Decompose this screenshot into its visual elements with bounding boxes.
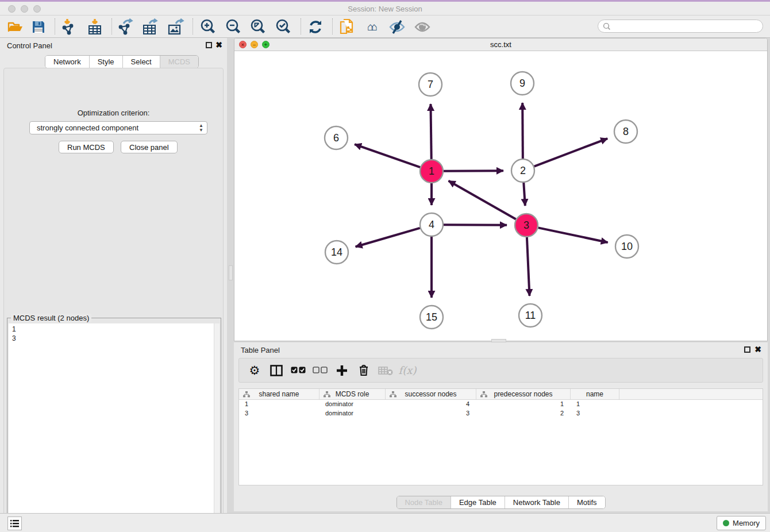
node-4[interactable]: 4 xyxy=(420,213,443,236)
tab-edge-table[interactable]: Edge Table xyxy=(451,496,505,508)
node-table: shared nameMCDS rolesuccessor nodesprede… xyxy=(238,388,763,485)
toolbar-separator xyxy=(301,18,301,34)
close-panel-icon[interactable]: ✖ xyxy=(215,40,222,49)
mcds-result-text[interactable]: 1 3 xyxy=(9,323,214,532)
search-input[interactable] xyxy=(611,22,763,30)
node-14[interactable]: 14 xyxy=(325,241,348,264)
cell-successor-nodes: 3 xyxy=(386,409,476,418)
tab-network-table[interactable]: Network Table xyxy=(505,496,569,508)
edge-1-7[interactable] xyxy=(430,104,431,159)
application-window: Session: New Session xyxy=(0,0,770,532)
edge-3-11[interactable] xyxy=(527,237,530,296)
network-canvas[interactable]: 7968124314101511 xyxy=(234,51,767,341)
task-history-button[interactable] xyxy=(7,516,22,530)
tab-select[interactable]: Select xyxy=(123,56,160,68)
import-network-icon[interactable] xyxy=(57,18,79,36)
control-panel-header: Control Panel ✖ xyxy=(0,38,227,53)
vertical-splitter-handle[interactable] xyxy=(229,265,233,280)
network-window-titlebar: × – + scc.txt xyxy=(234,38,767,51)
edge-2-9[interactable] xyxy=(522,103,523,159)
edge-2-8[interactable] xyxy=(534,138,608,166)
table-toolbar: ⚙ f(x) xyxy=(238,358,763,383)
table-row[interactable]: 3dominator323 xyxy=(239,409,763,418)
edge-1-6[interactable] xyxy=(355,144,420,167)
zoom-out-icon[interactable] xyxy=(222,18,244,36)
node-2[interactable]: 2 xyxy=(511,159,534,182)
float-table-panel-icon[interactable] xyxy=(744,346,750,353)
node-10[interactable]: 10 xyxy=(615,235,638,258)
edge-3-10[interactable] xyxy=(538,228,608,242)
hide-selected-icon[interactable] xyxy=(386,18,408,36)
cell-shared-name: 1 xyxy=(239,400,319,409)
table-header-row: shared nameMCDS rolesuccessor nodesprede… xyxy=(239,389,763,400)
select-all-icon[interactable] xyxy=(287,361,309,380)
delete-table-icon[interactable] xyxy=(375,361,396,380)
control-panel-title: Control Panel xyxy=(7,41,52,50)
column-header-shared-name[interactable]: shared name xyxy=(239,389,319,399)
edge-3-1[interactable] xyxy=(449,181,516,219)
svg-text:9: 9 xyxy=(519,78,525,89)
export-image-icon[interactable] xyxy=(165,18,187,36)
node-15[interactable]: 15 xyxy=(420,306,443,329)
node-1[interactable]: 1 xyxy=(420,160,443,183)
first-neighbors-icon[interactable]: ⌂⌂ xyxy=(361,18,383,36)
tab-style[interactable]: Style xyxy=(90,56,123,68)
node-6[interactable]: 6 xyxy=(325,126,348,149)
mcds-result-group: MCDS result (2 nodes) 1 3 xyxy=(7,318,221,532)
search-field[interactable] xyxy=(598,20,763,33)
function-builder-icon[interactable]: f(x) xyxy=(396,361,418,380)
zoom-in-icon[interactable] xyxy=(197,18,219,36)
tab-motifs[interactable]: Motifs xyxy=(569,496,605,508)
close-table-panel-icon[interactable]: ✖ xyxy=(754,345,761,354)
refresh-network-icon[interactable] xyxy=(305,18,326,36)
cell-name: 3 xyxy=(571,409,619,418)
node-3[interactable]: 3 xyxy=(515,214,538,237)
float-panel-icon[interactable] xyxy=(206,42,212,48)
toolbar-separator xyxy=(111,18,112,34)
node-7[interactable]: 7 xyxy=(419,73,442,96)
export-network-icon[interactable] xyxy=(114,18,136,36)
deselect-all-icon[interactable] xyxy=(309,361,331,380)
open-session-icon[interactable] xyxy=(5,18,26,36)
column-header-successor-nodes[interactable]: successor nodes xyxy=(386,389,476,399)
toolbar-separator xyxy=(55,18,55,34)
tab-mcds[interactable]: MCDS xyxy=(160,56,198,68)
memory-status-icon xyxy=(723,520,729,526)
tab-network[interactable]: Network xyxy=(45,56,90,68)
show-all-icon[interactable] xyxy=(411,18,433,36)
save-session-icon[interactable] xyxy=(28,18,49,36)
table-settings-icon[interactable]: ⚙ xyxy=(244,361,265,380)
node-11[interactable]: 11 xyxy=(519,304,542,327)
delete-column-icon[interactable] xyxy=(353,361,375,380)
result-scrollbar[interactable] xyxy=(214,323,220,532)
network-window-title: scc.txt xyxy=(234,40,767,49)
add-column-icon[interactable] xyxy=(331,361,353,380)
clone-network-icon[interactable] xyxy=(336,18,358,36)
table-row[interactable]: 1dominator411 xyxy=(239,400,763,409)
tab-node-table[interactable]: Node Table xyxy=(396,496,451,508)
edge-1-2[interactable] xyxy=(444,171,503,171)
svg-text:6: 6 xyxy=(333,132,339,144)
edge-4-14[interactable] xyxy=(356,228,420,247)
column-header-MCDS-role[interactable]: MCDS role xyxy=(319,389,386,399)
import-table-icon[interactable] xyxy=(84,18,106,36)
edge-2-3[interactable] xyxy=(523,183,525,206)
svg-text:1: 1 xyxy=(429,165,434,177)
column-header-predecessor-nodes[interactable]: predecessor nodes xyxy=(476,389,571,399)
svg-text:8: 8 xyxy=(623,126,629,137)
node-9[interactable]: 9 xyxy=(511,72,534,95)
run-mcds-button[interactable]: Run MCDS xyxy=(59,141,114,153)
show-columns-icon[interactable] xyxy=(265,361,287,380)
export-table-icon[interactable] xyxy=(140,18,161,36)
zoom-selected-icon[interactable] xyxy=(272,18,294,36)
node-8[interactable]: 8 xyxy=(614,120,637,143)
cell-shared-name: 3 xyxy=(239,409,319,418)
zoom-fit-icon[interactable] xyxy=(247,18,269,36)
edge-4-3[interactable] xyxy=(444,225,507,225)
svg-text:14: 14 xyxy=(331,246,342,258)
memory-button[interactable]: Memory xyxy=(717,516,766,530)
svg-text:4: 4 xyxy=(429,219,434,230)
criterion-dropdown[interactable]: strongly connected component ▲▼ xyxy=(29,121,207,134)
close-panel-button[interactable]: Close panel xyxy=(121,141,178,153)
column-header-name[interactable]: name xyxy=(571,389,619,399)
